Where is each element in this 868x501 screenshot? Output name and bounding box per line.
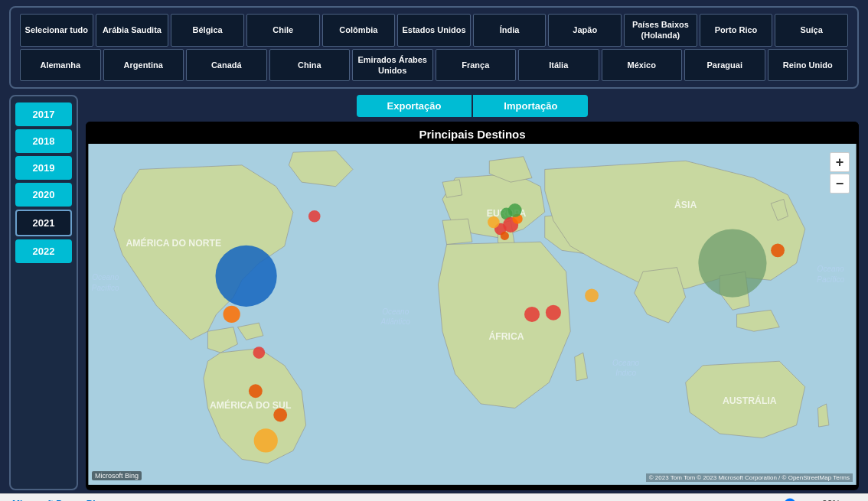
country-btn-alemanha[interactable]: Alemanha	[20, 49, 101, 82]
country-btn-emirados-arabes[interactable]: Emirados Árabes Unidos	[352, 49, 433, 82]
page-info: 4 de 4	[401, 499, 429, 501]
svg-text:ÁFRICA: ÁFRICA	[488, 331, 524, 343]
page-next-button[interactable]: ›	[435, 497, 439, 501]
tab-btn-importacao[interactable]: Importação	[473, 95, 588, 117]
tab-row: ExportaçãoImportação	[86, 95, 859, 117]
country-btn-estados-unidos[interactable]: Estados Unidos	[397, 14, 471, 47]
country-grid-row2: AlemanhaArgentinaCanadáChinaEmirados Ára…	[20, 49, 848, 82]
svg-point-30	[546, 305, 561, 320]
country-btn-colombia[interactable]: Colômbia	[322, 14, 396, 47]
year-btn-2019[interactable]: 2019	[15, 156, 72, 180]
svg-point-28	[508, 203, 522, 217]
zoom-slider[interactable]	[743, 498, 804, 501]
country-btn-canada[interactable]: Canadá	[186, 49, 267, 82]
svg-text:Pacífico: Pacífico	[92, 284, 119, 292]
country-btn-india[interactable]: Índia	[473, 14, 547, 47]
bing-logo: Microsoft Bing	[92, 471, 142, 480]
svg-point-18	[253, 346, 266, 359]
country-btn-arabia-saudita[interactable]: Arábia Saudita	[96, 14, 169, 47]
country-btn-chile[interactable]: Chile	[246, 14, 320, 47]
svg-point-33	[771, 244, 785, 258]
year-btn-2021[interactable]: 2021	[15, 210, 72, 236]
country-btn-mexico[interactable]: México	[602, 49, 683, 82]
svg-point-27	[501, 232, 509, 240]
fullscreen-button[interactable]: ⊡	[847, 498, 856, 501]
country-btn-china[interactable]: China	[269, 49, 351, 82]
svg-point-17	[224, 306, 240, 323]
country-btn-paraguai[interactable]: Paraguai	[684, 49, 765, 82]
svg-point-29	[524, 307, 540, 322]
zoom-in-button[interactable]: +	[830, 152, 850, 172]
footer-right: - + 83% ⊡	[734, 498, 856, 501]
country-btn-reino-unido[interactable]: Reino Unido	[768, 49, 849, 82]
country-btn-paises-baixos[interactable]: Países Baixos (Holanda)	[624, 14, 697, 47]
tab-btn-exportacao[interactable]: Exportação	[357, 95, 472, 117]
svg-text:AMÉRICA DO NORTE: AMÉRICA DO NORTE	[126, 237, 221, 249]
country-filter-panel: Selecionar tudoArábia SauditaBélgicaChil…	[9, 6, 859, 89]
footer: Microsoft Power BI ‹ 4 de 4 › - + 83% ⊡	[0, 493, 868, 501]
svg-text:Oceano: Oceano	[382, 307, 410, 316]
svg-text:ÁSIA: ÁSIA	[674, 199, 697, 210]
country-btn-franca[interactable]: França	[436, 49, 517, 82]
map-copyright: © 2023 Tom Tom © 2023 Microsoft Corporat…	[646, 473, 853, 482]
svg-point-32	[698, 229, 766, 298]
svg-point-21	[254, 428, 278, 452]
country-btn-belgica[interactable]: Bélgica	[171, 14, 244, 47]
svg-text:Oceano: Oceano	[817, 265, 845, 273]
svg-point-19	[249, 385, 263, 399]
right-content: ExportaçãoImportação Principais Destinos	[86, 95, 859, 490]
map-container: Principais Destinos	[86, 122, 859, 490]
country-btn-italia[interactable]: Itália	[518, 49, 599, 82]
svg-text:Oceano: Oceano	[612, 359, 640, 367]
map-zoom-controls: + −	[830, 152, 850, 194]
map-area: AMÉRICA DO NORTE AMÉRICA DO SUL EUROPA Á…	[86, 144, 859, 485]
page-navigation: ‹ 4 de 4 ›	[390, 497, 439, 501]
svg-point-31	[585, 289, 599, 303]
svg-text:Índico: Índico	[615, 368, 636, 377]
year-btn-2022[interactable]: 2022	[15, 239, 72, 263]
main-area: 201720182019202020212022 ExportaçãoImpor…	[0, 95, 868, 493]
svg-text:Atlântico: Atlântico	[380, 318, 410, 327]
world-map-svg: AMÉRICA DO NORTE AMÉRICA DO SUL EUROPA Á…	[86, 144, 859, 485]
page-prev-button[interactable]: ‹	[390, 497, 394, 501]
zoom-out-button[interactable]: −	[830, 174, 850, 194]
svg-point-15	[215, 246, 276, 307]
zoom-slider-container	[743, 498, 804, 501]
country-btn-porto-rico[interactable]: Porto Rico	[700, 14, 773, 47]
year-btn-2018[interactable]: 2018	[15, 129, 72, 153]
year-btn-2020[interactable]: 2020	[15, 183, 72, 207]
map-title: Principais Destinos	[86, 122, 859, 144]
country-btn-suica[interactable]: Suíça	[775, 14, 848, 47]
svg-point-26	[488, 216, 500, 229]
country-btn-japao[interactable]: Japão	[548, 14, 622, 47]
svg-point-20	[273, 408, 287, 422]
svg-text:Pacífico: Pacífico	[817, 275, 844, 284]
svg-point-16	[308, 210, 321, 223]
country-btn-select-all[interactable]: Selecionar tudo	[20, 14, 93, 47]
svg-text:Oceano: Oceano	[92, 274, 119, 282]
year-sidebar: 201720182019202020212022	[9, 95, 78, 490]
country-grid-row1: Selecionar tudoArábia SauditaBélgicaChil…	[20, 14, 848, 47]
country-btn-argentina[interactable]: Argentina	[103, 49, 184, 82]
svg-text:AUSTRÁLIA: AUSTRÁLIA	[723, 395, 777, 406]
year-btn-2017[interactable]: 2017	[15, 102, 72, 126]
